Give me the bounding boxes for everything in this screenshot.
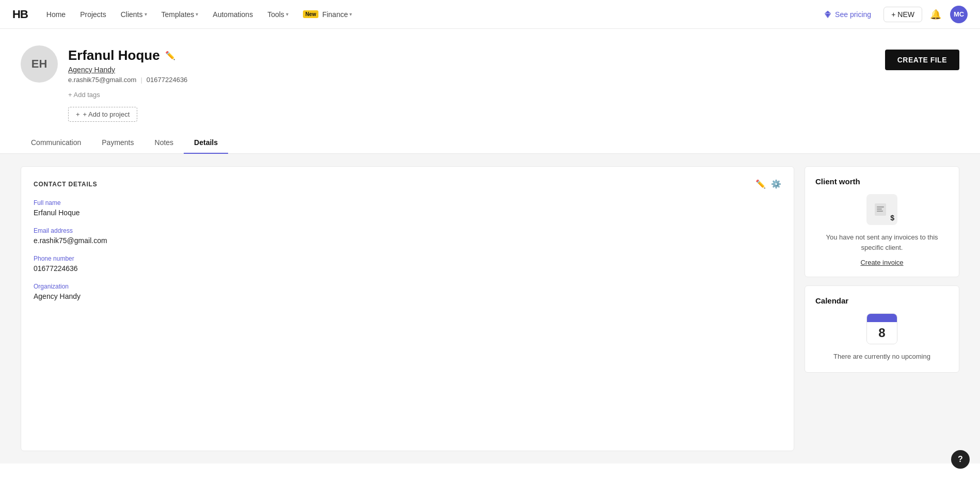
templates-chevron-icon: ▾ bbox=[196, 11, 198, 17]
contact-fullname-field: Full name Erfanul Hoque bbox=[34, 199, 781, 217]
profile-organization[interactable]: Agency Handy bbox=[68, 66, 187, 74]
diamond-icon bbox=[824, 10, 832, 19]
tab-notes[interactable]: Notes bbox=[144, 132, 184, 154]
finance-chevron-icon: ▾ bbox=[349, 11, 352, 17]
calendar-empty-message: There are currently no upcoming bbox=[815, 352, 949, 362]
invoice-empty-message: You have not sent any invoices to this s… bbox=[815, 232, 949, 252]
add-to-project-button[interactable]: + + Add to project bbox=[68, 107, 137, 122]
dollar-sign-icon: $ bbox=[890, 214, 894, 222]
calendar-icon: 8 bbox=[866, 313, 897, 344]
contact-email-field: Email address e.rashik75@gmail.com bbox=[34, 227, 781, 245]
calendar-title: Calendar bbox=[815, 296, 949, 305]
page-content: EH Erfanul Hoque ✏️ Agency Handy e.rashi… bbox=[0, 29, 980, 479]
nav-finance[interactable]: New Finance ▾ bbox=[297, 7, 358, 22]
finance-new-badge: New bbox=[303, 10, 319, 18]
notifications-button[interactable]: 🔔 bbox=[926, 5, 945, 24]
contact-separator: | bbox=[140, 76, 142, 84]
svg-rect-3 bbox=[877, 211, 883, 212]
tabs-bar: Communication Payments Notes Details bbox=[0, 132, 980, 154]
plus-icon: + bbox=[76, 110, 80, 118]
tab-payments[interactable]: Payments bbox=[91, 132, 144, 154]
logo: HB bbox=[12, 8, 28, 21]
profile-name-row: Erfanul Hoque ✏️ bbox=[68, 47, 187, 63]
nav-clients[interactable]: Clients ▾ bbox=[115, 7, 153, 22]
nav-home[interactable]: Home bbox=[40, 7, 72, 22]
clients-chevron-icon: ▾ bbox=[144, 11, 147, 17]
tab-communication[interactable]: Communication bbox=[21, 132, 91, 154]
contact-details-card: CONTACT DETAILS ✏️ ⚙️ Full name Erfanul … bbox=[21, 166, 794, 451]
calendar-day-number: 8 bbox=[867, 322, 897, 344]
navbar: HB Home Projects Clients ▾ Templates ▾ A… bbox=[0, 0, 980, 29]
profile-tags: + Add tags bbox=[68, 90, 187, 100]
svg-rect-2 bbox=[877, 209, 882, 210]
calendar-header-strip bbox=[867, 314, 897, 322]
nav-tools[interactable]: Tools ▾ bbox=[261, 7, 295, 22]
profile-header: EH Erfanul Hoque ✏️ Agency Handy e.rashi… bbox=[0, 29, 980, 122]
see-pricing-button[interactable]: See pricing bbox=[817, 7, 877, 22]
invoice-icon-wrap: $ bbox=[815, 194, 949, 225]
add-tags-button[interactable]: + Add tags bbox=[68, 90, 100, 100]
bell-icon: 🔔 bbox=[930, 9, 941, 20]
create-file-button[interactable]: CREATE FILE bbox=[885, 50, 959, 70]
contact-details-title: CONTACT DETAILS bbox=[34, 181, 98, 188]
svg-rect-1 bbox=[877, 206, 884, 207]
calendar-icon-wrap: 8 bbox=[815, 313, 949, 344]
plus-icon: + bbox=[891, 10, 895, 19]
contact-phone-field: Phone number 01677224636 bbox=[34, 255, 781, 273]
profile-left: EH Erfanul Hoque ✏️ Agency Handy e.rashi… bbox=[21, 45, 187, 122]
edit-contact-icon[interactable]: ✏️ bbox=[756, 179, 766, 189]
new-button[interactable]: + NEW bbox=[883, 7, 922, 22]
settings-contact-icon[interactable]: ⚙️ bbox=[771, 179, 781, 189]
contact-card-header: CONTACT DETAILS ✏️ ⚙️ bbox=[34, 179, 781, 189]
contact-card-actions: ✏️ ⚙️ bbox=[756, 179, 781, 189]
main-body: CONTACT DETAILS ✏️ ⚙️ Full name Erfanul … bbox=[0, 154, 980, 464]
tab-details[interactable]: Details bbox=[184, 132, 228, 154]
contact-org-field: Organization Agency Handy bbox=[34, 283, 781, 300]
nav-templates[interactable]: Templates ▾ bbox=[155, 7, 205, 22]
create-invoice-link[interactable]: Create invoice bbox=[815, 259, 949, 266]
edit-profile-icon[interactable]: ✏️ bbox=[165, 51, 175, 60]
profile-contact: e.rashik75@gmail.com | 01677224636 bbox=[68, 76, 187, 84]
help-button[interactable]: ? bbox=[951, 450, 970, 469]
profile-avatar: EH bbox=[21, 45, 58, 83]
calendar-card: Calendar 8 There are currently no upcomi… bbox=[805, 285, 959, 373]
profile-info: Erfanul Hoque ✏️ Agency Handy e.rashik75… bbox=[68, 45, 187, 122]
nav-projects[interactable]: Projects bbox=[74, 7, 113, 22]
client-worth-title: Client worth bbox=[815, 177, 949, 186]
client-worth-card: Client worth $ You have not sent any inv… bbox=[805, 166, 959, 277]
right-sidebar: Client worth $ You have not sent any inv… bbox=[805, 166, 959, 451]
invoice-icon: $ bbox=[866, 194, 897, 225]
tools-chevron-icon: ▾ bbox=[286, 11, 288, 17]
nav-automations[interactable]: Automations bbox=[206, 7, 259, 22]
avatar[interactable]: MC bbox=[950, 6, 968, 23]
